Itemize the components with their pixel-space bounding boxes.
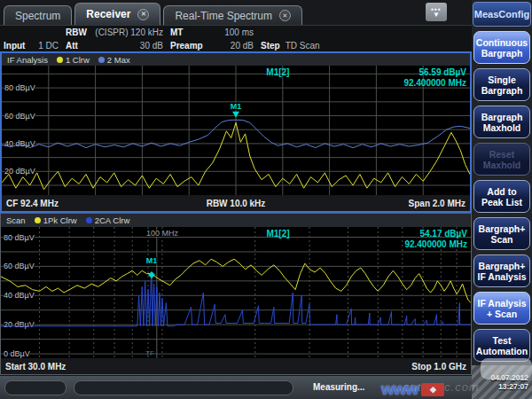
svg-text:92.400000 MHz: 92.400000 MHz — [404, 239, 467, 249]
if-analysis-panel[interactable]: IF Analysis 1 Clrw2 Max 20 dBµV40 dBµV60… — [0, 51, 472, 213]
tab-label: Receiver — [86, 8, 130, 20]
legend-trace-1pk-clrw: 1Pk Clrw — [35, 215, 77, 225]
setting-value: (CISPR) 120 kHz — [95, 27, 163, 37]
tab-label: Real-Time Spectrum — [175, 10, 272, 22]
setting-label: Input — [4, 41, 25, 51]
status-slot-2 — [74, 380, 293, 395]
settings-row-1: RBW(CISPR) 120 kHzMT100 ms — [0, 26, 472, 39]
setting-att: Att30 dB — [62, 41, 167, 51]
svg-text:92.400000 MHz: 92.400000 MHz — [403, 78, 466, 88]
svg-text:60 dBµV: 60 dBµV — [4, 262, 35, 270]
legend-label: 1Pk Clrw — [43, 215, 77, 225]
svg-text:M1: M1 — [231, 102, 242, 111]
tab-label: Spectrum — [15, 10, 60, 22]
trace-legend: 1Pk Clrw2CA Clrw — [35, 215, 130, 225]
tab-spectrum[interactable]: Spectrum — [4, 5, 72, 25]
svg-text:M1: M1 — [146, 256, 158, 265]
trace-color-dot — [35, 217, 41, 223]
setting-label: Att — [66, 41, 78, 51]
setting-value: TD Scan — [286, 41, 320, 51]
if-analysis-footer: CF 92.4 MHz RBW 10.0 kHz Span 2.0 MHz — [2, 195, 470, 211]
panel-title: Scan — [6, 215, 26, 225]
setting-label: MT — [170, 27, 183, 37]
svg-text:0 dBµV: 0 dBµV — [4, 349, 30, 358]
setting-label: Step — [261, 41, 280, 51]
softkey-if-analysis-scan[interactable]: IF Analysis + Scan — [473, 292, 530, 325]
softkey-list: Continuous BargraphSingle BargraphBargra… — [472, 27, 532, 362]
svg-text:40 dBµV: 40 dBµV — [4, 291, 35, 300]
svg-text:TF: TF — [145, 349, 154, 357]
tab-close-icon[interactable]: ✕ — [279, 10, 291, 21]
setting-input: Input1 DC — [0, 41, 62, 51]
scan-footer: Start 30.0 MHz Stop 1.0 GHz — [1, 358, 471, 374]
if-analysis-header: IF Analysis 1 Clrw2 Max — [2, 53, 470, 66]
tab-real-time-spectrum[interactable]: Real-Time Spectrum✕ — [163, 5, 302, 25]
center-frequency-readout: CF 92.4 MHz — [6, 199, 160, 208]
legend-trace-1-clrw: 1 Clrw — [57, 55, 90, 65]
legend-label: 2 Max — [107, 55, 130, 65]
svg-text:M1[2]: M1[2] — [266, 67, 289, 77]
legend-label: 2CA Clrw — [95, 215, 130, 225]
date-time-display: 04.07.2012 13:27:07 — [472, 365, 532, 399]
trace-color-dot — [57, 57, 63, 63]
softkey-bargraph-maxhold[interactable]: Bargraph Maxhold — [473, 106, 530, 138]
instrument-screen: SpectrumReceiver✕Real-Time Spectrum✕ ▪▪▪… — [0, 0, 532, 399]
trace-legend: 1 Clrw2 Max — [57, 55, 130, 65]
trace-color-dot — [86, 217, 92, 223]
scan-panel[interactable]: Scan 1Pk Clrw2CA Clrw TF0 dBµV20 dBµV40 … — [0, 213, 472, 375]
setting-rbw: RBW(CISPR) 120 kHz — [62, 27, 167, 37]
softkey-add-to-peak-list[interactable]: Add to Peak List — [473, 180, 530, 213]
svg-text:54.17 dBµV: 54.17 dBµV — [419, 229, 467, 239]
svg-text:60 dBµV: 60 dBµV — [4, 112, 35, 121]
svg-text:M1[2]: M1[2] — [266, 229, 289, 239]
legend-trace-2ca-clrw: 2CA Clrw — [86, 215, 130, 225]
stop-frequency-readout: Stop 1.0 GHz — [236, 362, 466, 372]
softkey-menu-title: MeasConfig — [473, 2, 531, 27]
svg-text:56.59 dBµV: 56.59 dBµV — [419, 67, 466, 77]
tab-overview-button[interactable]: ▪▪▪ ▼ — [426, 3, 447, 21]
scan-header: Scan 1Pk Clrw2CA Clrw — [1, 214, 471, 227]
panel-title: IF Analysis — [7, 55, 48, 65]
legend-trace-2-max: 2 Max — [98, 55, 130, 65]
setting-label: RBW — [66, 27, 87, 37]
tab-receiver[interactable]: Receiver✕ — [74, 3, 160, 25]
settings-bar: RBW(CISPR) 120 kHzMT100 ms Input1 DCAtt3… — [0, 25, 472, 51]
chevron-down-icon: ▼ — [433, 12, 440, 18]
status-slot-1 — [4, 380, 66, 395]
softkey-column: MeasConfig Continuous BargraphSingle Bar… — [472, 0, 532, 399]
tab-close-icon[interactable]: ✕ — [137, 9, 149, 20]
tab-bar: SpectrumReceiver✕Real-Time Spectrum✕ ▪▪▪… — [0, 0, 472, 25]
softkey-reset-maxhold[interactable]: Reset Maxhold — [473, 143, 530, 176]
setting-value: 100 ms — [224, 27, 254, 37]
softkey-bargraph-if-analysis[interactable]: Bargraph+ IF Analysis — [473, 254, 530, 287]
start-frequency-readout: Start 30.0 MHz — [5, 362, 236, 372]
softkey-bargraph-scan[interactable]: Bargraph+ Scan — [473, 217, 530, 250]
setting-value: 1 DC — [38, 41, 59, 51]
svg-text:100 MHz: 100 MHz — [146, 229, 179, 238]
if-analysis-chart[interactable]: 20 dBµV40 dBµV60 dBµV80 dBµVM1M1[2]56.59… — [2, 66, 470, 195]
svg-text:80 dBµV: 80 dBµV — [4, 83, 35, 92]
span-readout: Span 2.0 MHz — [312, 199, 466, 208]
setting-value: 30 dB — [140, 41, 163, 51]
trace-color-dot — [98, 57, 105, 63]
legend-label: 1 Clrw — [66, 55, 90, 65]
setting-mt: MT100 ms — [167, 27, 257, 37]
scan-chart[interactable]: TF0 dBµV20 dBµV40 dBµV60 dBµV80 dBµV100 … — [1, 227, 471, 358]
rbw-readout: RBW 10.0 kHz — [160, 199, 313, 208]
setting-preamp: Preamp20 dB — [167, 41, 257, 51]
date-label: 04.07.2012 — [490, 373, 528, 382]
measuring-status: Measuring... — [313, 382, 364, 392]
main-area: SpectrumReceiver✕Real-Time Spectrum✕ ▪▪▪… — [0, 0, 472, 399]
softkey-test-automation[interactable]: Test Automation — [473, 329, 530, 362]
time-label: 13:27:07 — [498, 382, 528, 391]
softkey-single-bargraph[interactable]: Single Bargraph — [473, 68, 530, 101]
svg-text:80 dBµV: 80 dBµV — [4, 233, 35, 242]
status-bar: Measuring... — [0, 375, 472, 399]
setting-value: 20 dB — [231, 41, 254, 51]
softkey-continuous-bargraph[interactable]: Continuous Bargraph — [473, 31, 530, 64]
settings-row-2: Input1 DCAtt30 dBPreamp20 dBStepTD Scan — [0, 39, 472, 52]
setting-label: Preamp — [170, 41, 203, 51]
setting-step: StepTD Scan — [257, 41, 426, 51]
svg-text:20 dBµV: 20 dBµV — [4, 320, 35, 329]
